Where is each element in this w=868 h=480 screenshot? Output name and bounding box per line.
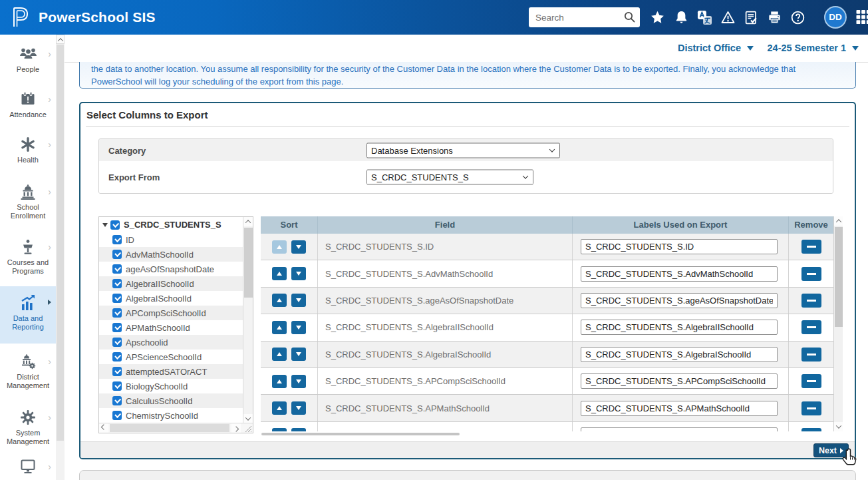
- remove-button[interactable]: [801, 401, 821, 415]
- tree-item[interactable]: Apschoolid: [99, 335, 243, 350]
- user-avatar[interactable]: DD: [824, 6, 847, 29]
- tree-item[interactable]: CalculusSchoolId: [99, 393, 243, 408]
- people-icon: [19, 47, 37, 61]
- tree-horizontal-scrollbar[interactable]: [99, 423, 253, 433]
- select-columns-panel: Select Columns to Export Category Databa…: [79, 102, 856, 459]
- checkbox-checked[interactable]: [112, 250, 122, 259]
- sidebar-item-system-settings[interactable]: ›: [0, 458, 56, 478]
- tree-item[interactable]: APMathSchoolId: [99, 320, 243, 335]
- tree-root-row[interactable]: S_CRDC_STUDENTS_S: [99, 217, 243, 232]
- sort-down-button[interactable]: [291, 375, 306, 388]
- checkbox-checked[interactable]: [112, 411, 122, 420]
- translate-icon[interactable]: [697, 10, 712, 25]
- export-label-input[interactable]: [581, 427, 778, 431]
- tree-item[interactable]: AlgebraIISchoolId: [99, 276, 243, 291]
- field-name: S_CRDC_STUDENTS_S.ageAsOfSnapshotDate: [318, 288, 573, 314]
- export-label-input[interactable]: [581, 347, 778, 362]
- sort-down-button[interactable]: [291, 321, 306, 334]
- remove-button[interactable]: [801, 294, 821, 308]
- chevron-right-icon: ›: [48, 242, 51, 252]
- export-label-input[interactable]: [581, 266, 778, 282]
- tree-item[interactable]: attemptedSATOrACT: [99, 364, 243, 379]
- remove-button[interactable]: [801, 428, 821, 431]
- sidebar-item-attendance[interactable]: Attendance ›: [0, 91, 56, 119]
- sidebar-item-courses-programs[interactable]: Courses and Programs ›: [0, 238, 56, 276]
- checkbox-checked[interactable]: [112, 279, 122, 288]
- tree-vertical-scrollbar[interactable]: [243, 217, 253, 423]
- tree-item[interactable]: ID: [99, 232, 243, 247]
- sidebar-item-system-management[interactable]: System Management ›: [0, 409, 56, 446]
- global-search[interactable]: [529, 7, 640, 27]
- remove-button[interactable]: [801, 240, 821, 254]
- sidebar-item-school-enrollment[interactable]: School Enrollment ›: [0, 183, 56, 220]
- export-label-input[interactable]: [581, 293, 778, 308]
- export-label-input[interactable]: [581, 401, 778, 416]
- remove-button[interactable]: [801, 320, 821, 334]
- sort-down-button[interactable]: [291, 348, 306, 361]
- search-icon[interactable]: [623, 11, 637, 24]
- checkbox-checked[interactable]: [112, 367, 122, 376]
- sort-up-button[interactable]: [272, 294, 287, 307]
- sort-up-button[interactable]: [272, 375, 287, 388]
- export-label-input[interactable]: [581, 373, 778, 389]
- sort-up-button[interactable]: [272, 267, 287, 280]
- sidebar-item-district-management[interactable]: District Management ›: [0, 353, 56, 390]
- checkbox-checked[interactable]: [112, 323, 122, 332]
- checkbox-checked[interactable]: [112, 396, 122, 405]
- school-selector[interactable]: District Office: [678, 43, 754, 53]
- table-horizontal-scrollbar[interactable]: [261, 433, 460, 435]
- category-select[interactable]: Database Extensions: [366, 142, 560, 158]
- tree-item[interactable]: ChemistrySchoolId: [99, 408, 243, 423]
- sort-up-button[interactable]: [272, 348, 287, 361]
- remove-button[interactable]: [801, 267, 821, 281]
- tree-item[interactable]: AdvMathSchoolId: [99, 247, 243, 262]
- sort-down-button[interactable]: [291, 267, 306, 280]
- field-name: [318, 422, 573, 431]
- export-from-select[interactable]: S_CRDC_STUDENTS_S: [366, 170, 533, 185]
- checkbox-checked[interactable]: [112, 264, 122, 274]
- sidebar-item-people[interactable]: People ›: [0, 45, 56, 74]
- tree-item[interactable]: APCompSciSchoolId: [99, 306, 243, 320]
- tree-item[interactable]: BiologySchoolId: [99, 379, 243, 393]
- checkbox-checked[interactable]: [112, 338, 122, 347]
- checkbox-checked[interactable]: [112, 381, 122, 391]
- powerschool-logo-icon[interactable]: [9, 6, 32, 29]
- sort-up-button[interactable]: [272, 428, 287, 431]
- checkbox-checked[interactable]: [112, 352, 122, 361]
- sidebar-item-health[interactable]: Health ›: [0, 136, 56, 164]
- table-vertical-scrollbar[interactable]: [833, 216, 843, 431]
- remove-button[interactable]: [801, 374, 821, 388]
- help-icon[interactable]: [790, 10, 805, 25]
- checkbox-checked[interactable]: [112, 294, 122, 303]
- next-button[interactable]: Next: [813, 443, 849, 457]
- term-selector[interactable]: 24-25 Semester 1: [768, 43, 859, 53]
- checkbox-checked[interactable]: [112, 235, 122, 244]
- sort-down-button[interactable]: [291, 240, 306, 254]
- remove-button[interactable]: [801, 348, 821, 361]
- notifications-bell-icon[interactable]: [674, 10, 689, 25]
- favorites-star-icon[interactable]: [650, 10, 665, 25]
- print-icon[interactable]: [767, 10, 782, 25]
- checkbox-checked[interactable]: [110, 220, 120, 230]
- sort-up-button[interactable]: [272, 401, 287, 415]
- sidebar-scrollbar[interactable]: [56, 35, 65, 480]
- tree-item[interactable]: ageAsOfSnapshotDate: [99, 262, 243, 276]
- tree-item[interactable]: AlgebraISchoolId: [99, 291, 243, 306]
- sort-down-button[interactable]: [291, 294, 306, 307]
- sort-down-button[interactable]: [291, 428, 306, 431]
- tree-item[interactable]: APScienceSchoolId: [99, 350, 243, 364]
- checkbox-checked[interactable]: [112, 308, 122, 318]
- reports-check-icon[interactable]: [744, 10, 759, 25]
- arrow-right-icon: [840, 448, 843, 453]
- resize-grip[interactable]: [243, 423, 253, 433]
- sort-up-button[interactable]: [272, 240, 287, 254]
- sort-down-button[interactable]: [291, 401, 306, 415]
- export-label-input[interactable]: [581, 239, 778, 254]
- alerts-warning-icon[interactable]: [720, 10, 736, 25]
- field-name: S_CRDC_STUDENTS_S.ID: [318, 234, 573, 260]
- collapse-caret-icon[interactable]: [102, 223, 108, 227]
- sidebar-item-data-reporting[interactable]: Data and Reporting: [0, 286, 56, 344]
- sort-up-button[interactable]: [272, 321, 287, 334]
- export-label-input[interactable]: [581, 320, 778, 335]
- app-launcher-icon[interactable]: [856, 10, 868, 25]
